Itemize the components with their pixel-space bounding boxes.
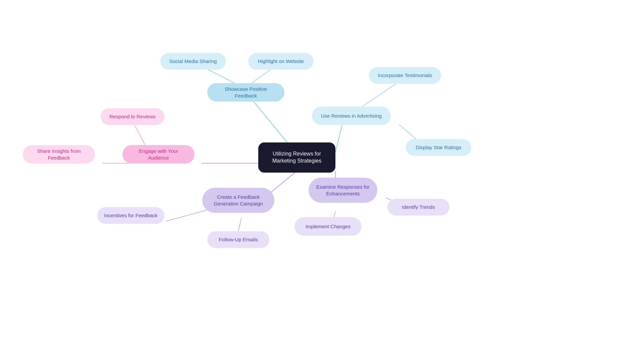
center-node[interactable]: Utilizing Reviews for Marketing Strategi… xyxy=(258,142,335,173)
incentives-label: Incentives for Feedback xyxy=(104,212,157,219)
svg-line-6 xyxy=(335,125,342,153)
highlight-label: Highlight on Website xyxy=(258,58,304,65)
incorporate-node[interactable]: Incorporate Testimonials xyxy=(369,67,441,84)
social-media-node[interactable]: Social Media Sharing xyxy=(160,53,226,70)
use-reviews-node[interactable]: Use Reviews in Advertising xyxy=(312,107,391,125)
social-media-label: Social Media Sharing xyxy=(169,58,217,65)
examine-label: Examine Responses for Enhancements xyxy=(315,184,371,197)
display-star-label: Display Star Ratings xyxy=(416,144,462,151)
share-insights-label: Share Insights from Feedback xyxy=(30,148,88,161)
follow-up-node[interactable]: Follow-Up Emails xyxy=(207,231,269,248)
examine-node[interactable]: Examine Responses for Enhancements xyxy=(309,178,377,203)
center-label: Utilizing Reviews for Marketing Strategi… xyxy=(265,150,329,165)
use-reviews-label: Use Reviews in Advertising xyxy=(321,113,382,119)
implement-label: Implement Changes xyxy=(306,223,351,230)
identify-trends-node[interactable]: Identify Trends xyxy=(387,199,449,216)
identify-trends-label: Identify Trends xyxy=(402,204,435,210)
create-campaign-node[interactable]: Create a Feedback Generation Campaign xyxy=(202,188,274,213)
respond-label: Respond to Reviews xyxy=(109,113,156,120)
engage-label: Engage with Your Audience xyxy=(129,148,188,161)
implement-node[interactable]: Implement Changes xyxy=(294,217,362,236)
showcase-label: Showcase Positive Feedback xyxy=(214,86,278,99)
display-star-node[interactable]: Display Star Ratings xyxy=(406,139,471,156)
incentives-node[interactable]: Incentives for Feedback xyxy=(97,207,164,224)
svg-line-9 xyxy=(268,171,297,194)
engage-node[interactable]: Engage with Your Audience xyxy=(122,145,195,164)
incorporate-label: Incorporate Testimonials xyxy=(378,72,432,79)
share-insights-node[interactable]: Share Insights from Feedback xyxy=(23,145,95,164)
respond-node[interactable]: Respond to Reviews xyxy=(101,108,164,125)
highlight-node[interactable]: Highlight on Website xyxy=(248,53,314,70)
follow-up-label: Follow-Up Emails xyxy=(219,236,258,243)
create-campaign-label: Create a Feedback Generation Campaign xyxy=(209,194,268,207)
showcase-node[interactable]: Showcase Positive Feedback xyxy=(207,83,284,102)
